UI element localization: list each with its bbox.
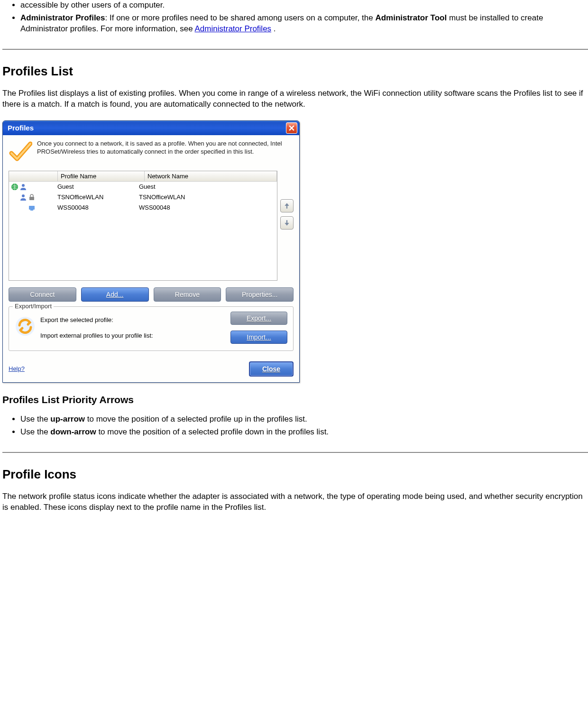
cell-profile: WSS00048 xyxy=(56,204,138,211)
profile-icons-heading: Profile Icons xyxy=(2,467,588,482)
admin-tool-bold: Administrator Tool xyxy=(375,13,447,22)
table-row[interactable]: Guest Guest xyxy=(9,182,277,192)
svg-rect-4 xyxy=(29,206,35,210)
row-icons xyxy=(9,183,56,191)
column-header-profile[interactable]: Profile Name xyxy=(58,171,145,181)
cell-profile: Guest xyxy=(56,183,138,190)
help-link[interactable]: Help? xyxy=(9,365,25,372)
down-pre: Use the xyxy=(20,427,50,436)
profiles-list-description: The Profiles list displays a list of exi… xyxy=(2,88,588,110)
user-icon xyxy=(19,183,27,191)
up-pre: Use the xyxy=(20,414,50,424)
lock-icon xyxy=(28,193,36,201)
down-bold: down-arrow xyxy=(50,427,96,436)
checkmark-icon xyxy=(9,140,32,166)
user-icon xyxy=(19,193,27,201)
down-post: to move the position of a selected profi… xyxy=(96,427,329,436)
profiles-list-heading: Profiles List xyxy=(2,64,588,79)
table-header[interactable]: Profile Name Network Name xyxy=(9,171,277,182)
import-text: Import external profiles to your profile… xyxy=(40,332,226,339)
down-arrow-item: Use the down-arrow to move the position … xyxy=(20,427,588,438)
row-icons xyxy=(9,193,56,201)
fieldset-legend: Export/Import xyxy=(13,303,54,310)
admin-profiles-item: Administrator Profiles: If one or more p… xyxy=(20,13,588,35)
admin-profiles-bold: Administrator Profiles xyxy=(20,13,105,22)
import-button[interactable]: Import... xyxy=(230,331,287,344)
profiles-window: Profiles Once you connect to a network, … xyxy=(2,120,300,383)
cell-network: TSNOfficeWLAN xyxy=(138,193,277,201)
connect-button[interactable]: Connect xyxy=(9,287,76,302)
properties-button[interactable]: Properties... xyxy=(226,287,294,302)
close-button[interactable]: Close xyxy=(249,361,294,377)
svg-rect-5 xyxy=(30,210,33,211)
remove-button[interactable]: Remove xyxy=(154,287,221,302)
arrow-down-icon xyxy=(284,220,290,226)
profiles-table[interactable]: Profile Name Network Name Guest Guest xyxy=(9,171,277,281)
svg-point-2 xyxy=(22,194,25,197)
divider-2 xyxy=(2,452,588,453)
cell-network: WSS00048 xyxy=(138,204,277,211)
arrow-up-icon xyxy=(284,203,290,209)
window-title: Profiles xyxy=(8,124,34,132)
up-arrow-button[interactable] xyxy=(280,199,294,212)
export-import-fieldset: Export/Import Export the selected profil… xyxy=(9,306,294,351)
window-intro-text: Once you connect to a network, it is sav… xyxy=(37,140,294,156)
admin-text-3: . xyxy=(271,24,276,33)
svg-point-1 xyxy=(22,184,25,187)
globe-icon xyxy=(11,183,18,191)
intro-partial-text: accessible by other users of a computer. xyxy=(20,0,165,9)
divider-1 xyxy=(2,49,588,50)
up-post: to move the position of a selected profi… xyxy=(85,414,307,424)
priority-arrows-heading: Profiles List Priority Arrows xyxy=(2,394,588,405)
add-button[interactable]: Add... xyxy=(81,287,149,302)
titlebar[interactable]: Profiles xyxy=(3,121,299,135)
admin-profiles-link[interactable]: Administrator Profiles xyxy=(195,24,272,33)
cell-profile: TSNOfficeWLAN xyxy=(56,193,138,201)
column-header-network[interactable]: Network Name xyxy=(145,171,277,181)
refresh-icon xyxy=(15,316,36,339)
export-text: Export the selected profile: xyxy=(40,316,226,323)
svg-rect-3 xyxy=(29,197,34,200)
cell-network: Guest xyxy=(138,183,277,190)
admin-text-1: : If one or more profiles need to be sha… xyxy=(105,13,376,22)
up-arrow-item: Use the up-arrow to move the position of… xyxy=(20,414,588,425)
profile-icons-description: The network profile status icons indicat… xyxy=(2,491,588,513)
up-bold: up-arrow xyxy=(50,414,85,424)
network-icon xyxy=(28,204,36,212)
down-arrow-button[interactable] xyxy=(280,216,294,230)
table-row[interactable]: TSNOfficeWLAN TSNOfficeWLAN xyxy=(9,192,277,203)
row-icons xyxy=(9,204,56,212)
intro-partial-item: accessible by other users of a computer. xyxy=(20,0,588,11)
column-header-icons[interactable] xyxy=(9,171,58,181)
export-button[interactable]: Export... xyxy=(230,312,287,325)
close-icon[interactable] xyxy=(286,122,297,134)
table-row[interactable]: WSS00048 WSS00048 xyxy=(9,203,277,213)
